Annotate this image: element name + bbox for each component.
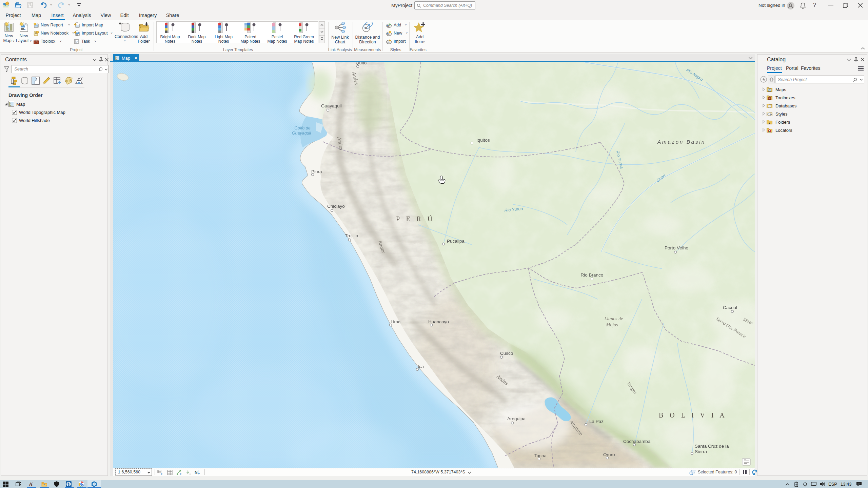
svg-text:Santa Cruz de la: Santa Cruz de la: [695, 444, 729, 449]
svg-text:Piura: Piura: [311, 169, 322, 174]
svg-text:Quito: Quito: [356, 62, 367, 65]
svg-text:P E R Ú: P E R Ú: [396, 215, 435, 223]
svg-text:Sierra: Sierra: [695, 449, 707, 454]
svg-text:B O L I V I A: B O L I V I A: [659, 411, 727, 419]
svg-text:Mojos: Mojos: [606, 322, 618, 327]
svg-text:N: N: [195, 470, 198, 475]
svg-text:La Paz: La Paz: [589, 419, 604, 424]
svg-text:Cusco: Cusco: [500, 351, 513, 356]
svg-text:Pucallpa: Pucallpa: [447, 239, 465, 244]
svg-text:Tacna: Tacna: [534, 453, 547, 458]
svg-text:Guayaquil: Guayaquil: [321, 103, 342, 108]
svg-text:Iquitos: Iquitos: [476, 138, 490, 143]
svg-text:Rio Branco: Rio Branco: [581, 272, 604, 278]
svg-text:Porto Velho: Porto Velho: [665, 245, 688, 250]
svg-text:Cochabamba: Cochabamba: [623, 439, 651, 444]
svg-text:Amazon Basin: Amazon Basin: [657, 139, 706, 145]
svg-text:Ica: Ica: [418, 364, 424, 369]
svg-text:Huancayo: Huancayo: [428, 319, 449, 324]
svg-text:Cacoal: Cacoal: [723, 305, 737, 310]
svg-text:Chiclayo: Chiclayo: [327, 204, 345, 209]
svg-text:Llanos de: Llanos de: [604, 316, 623, 321]
svg-text:Trujillo: Trujillo: [345, 233, 358, 238]
svg-text:Arequipa: Arequipa: [507, 416, 526, 421]
svg-text:Oruro: Oruro: [603, 452, 615, 457]
svg-text:Golfo de: Golfo de: [294, 126, 310, 130]
svg-text:Guayaquil: Guayaquil: [292, 131, 312, 136]
svg-text:Lima: Lima: [391, 319, 401, 324]
